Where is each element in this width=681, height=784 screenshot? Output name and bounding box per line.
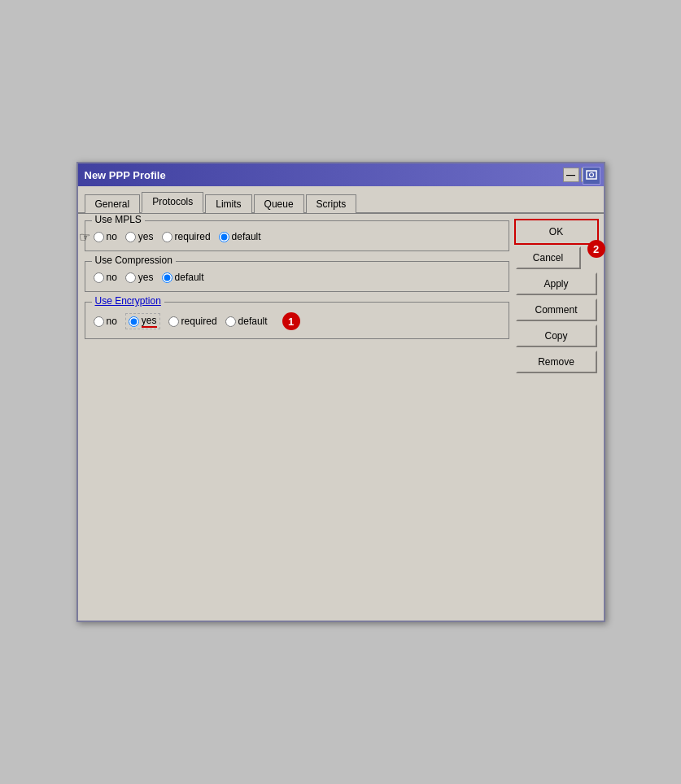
tab-limits[interactable]: Limits <box>205 194 251 213</box>
encryption-default-option[interactable]: default <box>225 316 268 327</box>
mpls-default-option[interactable]: default <box>219 231 261 242</box>
window-title: New PPP Profile <box>85 169 166 181</box>
compression-legend: Use Compression <box>92 255 176 266</box>
mpls-required-option[interactable]: required <box>162 231 211 242</box>
encryption-no-option[interactable]: no <box>94 316 117 327</box>
compression-no-option[interactable]: no <box>94 272 117 283</box>
svg-point-1 <box>589 173 593 177</box>
hand-cursor-icon: ☞ <box>79 229 90 245</box>
encryption-yes-radio[interactable] <box>129 316 139 327</box>
compression-section: Use Compression no yes default <box>85 261 509 292</box>
badge-1: 1 <box>282 312 300 330</box>
encryption-required-radio[interactable] <box>168 316 179 327</box>
form-area: Use MPLS ☞ no yes <box>85 220 509 614</box>
ok-button[interactable]: OK <box>516 220 597 243</box>
screenshot-icon <box>586 170 597 181</box>
compression-radio-group: no yes default <box>94 268 500 283</box>
encryption-default-label: default <box>238 316 268 327</box>
mpls-required-radio[interactable] <box>162 232 172 242</box>
corner-icon <box>583 167 600 185</box>
button-panel: OK Cancel 2 Apply Comment Copy Remove <box>516 220 597 614</box>
main-window: New PPP Profile — □ General Protocols Li… <box>76 162 605 622</box>
compression-yes-option[interactable]: yes <box>125 272 154 283</box>
compression-yes-label: yes <box>138 272 154 283</box>
encryption-required-label: required <box>181 316 217 327</box>
compression-default-option[interactable]: default <box>162 272 204 283</box>
encryption-no-label: no <box>107 316 117 327</box>
mpls-no-radio[interactable] <box>94 232 104 242</box>
encryption-section: Use Encryption no yes required <box>85 302 509 339</box>
mpls-required-label: required <box>175 231 211 242</box>
content-area: General Protocols Limits Queue Scripts U… <box>78 186 604 621</box>
titlebar: New PPP Profile — □ <box>78 163 604 186</box>
encryption-yes-option[interactable]: yes <box>125 313 160 329</box>
tab-general[interactable]: General <box>85 194 141 213</box>
compression-no-label: no <box>107 272 117 283</box>
encryption-default-radio[interactable] <box>225 316 236 327</box>
compression-no-radio[interactable] <box>94 272 104 283</box>
copy-button[interactable]: Copy <box>516 324 597 347</box>
mpls-yes-label: yes <box>138 231 154 242</box>
encryption-yes-label: yes <box>142 315 157 328</box>
cancel-wrapper: Cancel 2 <box>516 246 597 269</box>
mpls-legend: Use MPLS <box>92 214 145 225</box>
mpls-yes-radio[interactable] <box>125 232 136 242</box>
compression-default-radio[interactable] <box>162 272 172 283</box>
encryption-required-option[interactable]: required <box>168 316 217 327</box>
minimize-button[interactable]: — <box>563 168 579 182</box>
badge-2: 2 <box>587 240 605 258</box>
tabs-row: General Protocols Limits Queue Scripts <box>78 186 604 214</box>
svg-rect-0 <box>587 171 596 179</box>
mpls-no-option[interactable]: no <box>94 231 117 242</box>
compression-yes-radio[interactable] <box>125 272 136 283</box>
tab-queue[interactable]: Queue <box>254 194 304 213</box>
compression-default-label: default <box>175 272 204 283</box>
remove-button[interactable]: Remove <box>516 351 597 373</box>
encryption-radio-group: no yes required default <box>94 309 500 330</box>
cancel-button[interactable]: Cancel <box>516 246 581 269</box>
mpls-section: Use MPLS ☞ no yes <box>85 220 509 251</box>
apply-button[interactable]: Apply <box>516 272 597 295</box>
encryption-no-radio[interactable] <box>94 316 104 327</box>
tab-scripts[interactable]: Scripts <box>306 194 357 213</box>
mpls-yes-option[interactable]: yes <box>125 231 154 242</box>
tab-protocols[interactable]: Protocols <box>142 192 203 213</box>
mpls-no-label: no <box>107 231 117 242</box>
main-content: Use MPLS ☞ no yes <box>78 214 604 621</box>
mpls-default-label: default <box>232 231 261 242</box>
encryption-legend: Use Encryption <box>92 295 164 307</box>
mpls-radio-group: ☞ no yes required <box>94 228 500 242</box>
mpls-default-radio[interactable] <box>219 232 229 242</box>
comment-button[interactable]: Comment <box>516 298 597 321</box>
